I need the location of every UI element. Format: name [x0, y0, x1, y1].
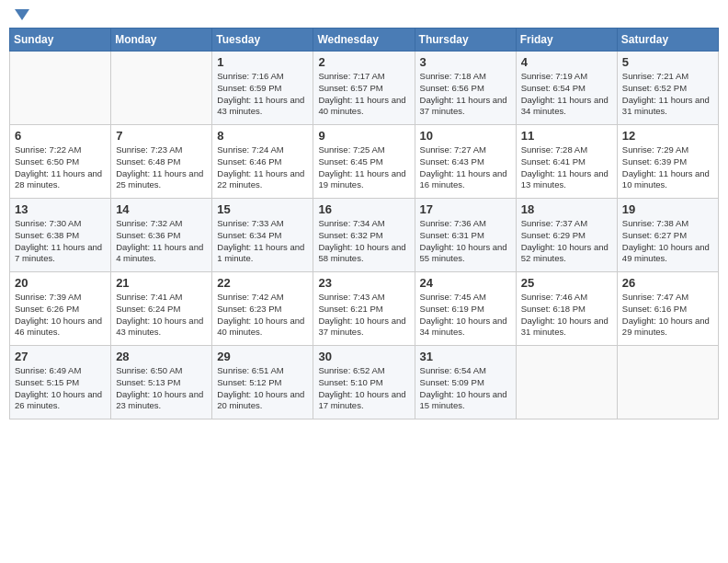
day-number: 13	[15, 202, 106, 216]
day-number: 31	[420, 350, 511, 363]
day-info: Sunrise: 7:22 AM Sunset: 6:50 PM Dayligh…	[15, 144, 106, 191]
calendar-cell: 14Sunrise: 7:32 AM Sunset: 6:36 PM Dayli…	[111, 199, 212, 272]
day-info: Sunrise: 7:18 AM Sunset: 6:56 PM Dayligh…	[420, 71, 511, 118]
day-info: Sunrise: 6:51 AM Sunset: 5:12 PM Dayligh…	[217, 365, 308, 412]
calendar-week-row: 27Sunrise: 6:49 AM Sunset: 5:15 PM Dayli…	[10, 346, 719, 419]
day-number: 16	[318, 202, 409, 216]
calendar-cell: 5Sunrise: 7:21 AM Sunset: 6:52 PM Daylig…	[617, 52, 718, 125]
day-info: Sunrise: 7:21 AM Sunset: 6:52 PM Dayligh…	[622, 71, 713, 118]
day-info: Sunrise: 7:23 AM Sunset: 6:48 PM Dayligh…	[116, 144, 207, 191]
calendar-cell: 12Sunrise: 7:29 AM Sunset: 6:39 PM Dayli…	[617, 125, 718, 199]
weekday-header-tuesday: Tuesday	[212, 29, 313, 52]
day-number: 7	[116, 129, 207, 143]
weekday-header-row: SundayMondayTuesdayWednesdayThursdayFrid…	[10, 29, 719, 52]
day-info: Sunrise: 7:30 AM Sunset: 6:38 PM Dayligh…	[15, 218, 106, 265]
calendar-cell: 2Sunrise: 7:17 AM Sunset: 6:57 PM Daylig…	[313, 52, 415, 125]
calendar-cell: 3Sunrise: 7:18 AM Sunset: 6:56 PM Daylig…	[415, 52, 516, 125]
weekday-header-wednesday: Wednesday	[313, 29, 415, 52]
day-info: Sunrise: 7:16 AM Sunset: 6:59 PM Dayligh…	[217, 71, 308, 118]
weekday-header-sunday: Sunday	[10, 29, 111, 52]
logo-triangle-icon	[15, 9, 29, 20]
calendar-cell: 15Sunrise: 7:33 AM Sunset: 6:34 PM Dayli…	[212, 199, 313, 272]
day-number: 20	[15, 276, 106, 290]
weekday-header-thursday: Thursday	[415, 29, 516, 52]
day-info: Sunrise: 6:54 AM Sunset: 5:09 PM Dayligh…	[420, 365, 511, 412]
calendar-cell	[111, 52, 212, 125]
calendar-week-row: 13Sunrise: 7:30 AM Sunset: 6:38 PM Dayli…	[10, 199, 719, 272]
calendar-cell: 16Sunrise: 7:34 AM Sunset: 6:32 PM Dayli…	[313, 199, 415, 272]
day-info: Sunrise: 7:39 AM Sunset: 6:26 PM Dayligh…	[15, 292, 106, 339]
day-info: Sunrise: 7:24 AM Sunset: 6:46 PM Dayligh…	[217, 144, 308, 191]
day-number: 5	[622, 55, 713, 69]
calendar-cell: 29Sunrise: 6:51 AM Sunset: 5:12 PM Dayli…	[212, 346, 313, 419]
day-number: 22	[217, 276, 308, 290]
day-number: 21	[116, 276, 207, 290]
calendar-week-row: 6Sunrise: 7:22 AM Sunset: 6:50 PM Daylig…	[10, 125, 719, 199]
calendar-cell: 26Sunrise: 7:47 AM Sunset: 6:16 PM Dayli…	[617, 272, 718, 346]
day-number: 26	[622, 276, 713, 290]
day-number: 17	[420, 202, 511, 216]
day-number: 15	[217, 202, 308, 216]
day-info: Sunrise: 6:52 AM Sunset: 5:10 PM Dayligh…	[318, 365, 409, 412]
calendar-cell: 6Sunrise: 7:22 AM Sunset: 6:50 PM Daylig…	[10, 125, 111, 199]
day-number: 29	[217, 350, 308, 363]
calendar-cell: 21Sunrise: 7:41 AM Sunset: 6:24 PM Dayli…	[111, 272, 212, 346]
calendar-cell: 4Sunrise: 7:19 AM Sunset: 6:54 PM Daylig…	[516, 52, 617, 125]
calendar-cell: 19Sunrise: 7:38 AM Sunset: 6:27 PM Dayli…	[617, 199, 718, 272]
day-info: Sunrise: 7:17 AM Sunset: 6:57 PM Dayligh…	[318, 71, 409, 118]
day-info: Sunrise: 7:36 AM Sunset: 6:31 PM Dayligh…	[420, 218, 511, 265]
day-number: 8	[217, 129, 308, 143]
calendar-cell: 11Sunrise: 7:28 AM Sunset: 6:41 PM Dayli…	[516, 125, 617, 199]
day-info: Sunrise: 7:45 AM Sunset: 6:19 PM Dayligh…	[420, 292, 511, 339]
calendar-table: SundayMondayTuesdayWednesdayThursdayFrid…	[9, 28, 719, 419]
calendar-cell	[10, 52, 111, 125]
day-number: 30	[318, 350, 409, 363]
calendar-cell: 28Sunrise: 6:50 AM Sunset: 5:13 PM Dayli…	[111, 346, 212, 419]
calendar-cell: 31Sunrise: 6:54 AM Sunset: 5:09 PM Dayli…	[415, 346, 516, 419]
calendar-cell	[617, 346, 718, 419]
day-number: 18	[521, 202, 612, 216]
calendar-cell: 20Sunrise: 7:39 AM Sunset: 6:26 PM Dayli…	[10, 272, 111, 346]
calendar-cell: 7Sunrise: 7:23 AM Sunset: 6:48 PM Daylig…	[111, 125, 212, 199]
calendar-cell: 24Sunrise: 7:45 AM Sunset: 6:19 PM Dayli…	[415, 272, 516, 346]
day-number: 19	[622, 202, 713, 216]
calendar-cell	[516, 346, 617, 419]
day-number: 12	[622, 129, 713, 143]
calendar-cell: 25Sunrise: 7:46 AM Sunset: 6:18 PM Dayli…	[516, 272, 617, 346]
day-number: 24	[420, 276, 511, 290]
header	[9, 9, 719, 20]
day-info: Sunrise: 7:43 AM Sunset: 6:21 PM Dayligh…	[318, 292, 409, 339]
day-info: Sunrise: 7:47 AM Sunset: 6:16 PM Dayligh…	[622, 292, 713, 339]
day-number: 1	[217, 55, 308, 69]
logo	[13, 9, 29, 20]
weekday-header-friday: Friday	[516, 29, 617, 52]
day-number: 2	[318, 55, 409, 69]
day-info: Sunrise: 7:34 AM Sunset: 6:32 PM Dayligh…	[318, 218, 409, 265]
day-number: 28	[116, 350, 207, 363]
day-number: 10	[420, 129, 511, 143]
day-info: Sunrise: 7:42 AM Sunset: 6:23 PM Dayligh…	[217, 292, 308, 339]
day-info: Sunrise: 7:32 AM Sunset: 6:36 PM Dayligh…	[116, 218, 207, 265]
calendar-week-row: 1Sunrise: 7:16 AM Sunset: 6:59 PM Daylig…	[10, 52, 719, 125]
day-info: Sunrise: 7:28 AM Sunset: 6:41 PM Dayligh…	[521, 144, 612, 191]
calendar-cell: 13Sunrise: 7:30 AM Sunset: 6:38 PM Dayli…	[10, 199, 111, 272]
day-info: Sunrise: 7:19 AM Sunset: 6:54 PM Dayligh…	[521, 71, 612, 118]
weekday-header-saturday: Saturday	[617, 29, 718, 52]
day-info: Sunrise: 6:49 AM Sunset: 5:15 PM Dayligh…	[15, 365, 106, 412]
day-info: Sunrise: 7:27 AM Sunset: 6:43 PM Dayligh…	[420, 144, 511, 191]
calendar-cell: 30Sunrise: 6:52 AM Sunset: 5:10 PM Dayli…	[313, 346, 415, 419]
day-number: 11	[521, 129, 612, 143]
calendar-cell: 8Sunrise: 7:24 AM Sunset: 6:46 PM Daylig…	[212, 125, 313, 199]
calendar-week-row: 20Sunrise: 7:39 AM Sunset: 6:26 PM Dayli…	[10, 272, 719, 346]
day-number: 4	[521, 55, 612, 69]
calendar-cell: 9Sunrise: 7:25 AM Sunset: 6:45 PM Daylig…	[313, 125, 415, 199]
day-number: 14	[116, 202, 207, 216]
day-info: Sunrise: 7:33 AM Sunset: 6:34 PM Dayligh…	[217, 218, 308, 265]
calendar-cell: 27Sunrise: 6:49 AM Sunset: 5:15 PM Dayli…	[10, 346, 111, 419]
calendar-cell: 17Sunrise: 7:36 AM Sunset: 6:31 PM Dayli…	[415, 199, 516, 272]
day-info: Sunrise: 7:46 AM Sunset: 6:18 PM Dayligh…	[521, 292, 612, 339]
day-info: Sunrise: 7:37 AM Sunset: 6:29 PM Dayligh…	[521, 218, 612, 265]
calendar-cell: 22Sunrise: 7:42 AM Sunset: 6:23 PM Dayli…	[212, 272, 313, 346]
day-number: 9	[318, 129, 409, 143]
day-info: Sunrise: 7:38 AM Sunset: 6:27 PM Dayligh…	[622, 218, 713, 265]
